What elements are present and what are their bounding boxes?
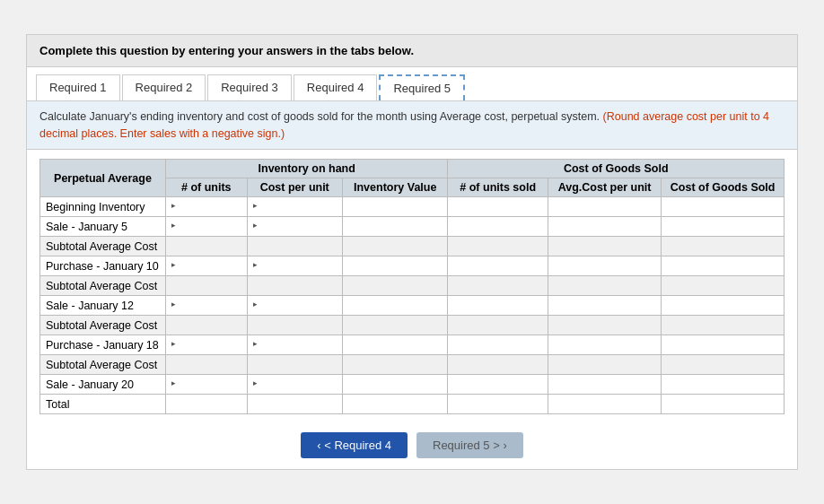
cell-row0-col5[interactable] (662, 197, 785, 217)
input-row8-col0[interactable] (171, 359, 241, 371)
cell-row0-col1[interactable]: ▸ (247, 197, 342, 217)
cell-row1-col3[interactable] (448, 217, 548, 237)
input-row3-col4[interactable] (554, 260, 655, 273)
input-row8-col5[interactable] (667, 359, 778, 371)
cell-row3-col5[interactable] (662, 256, 785, 276)
forward-button[interactable]: Required 5 > › (416, 432, 523, 458)
cell-row7-col3[interactable] (448, 335, 548, 355)
input-row2-col1[interactable] (253, 240, 337, 253)
cell-row4-col3[interactable] (448, 276, 548, 296)
cell-row9-col0[interactable]: ▸ (166, 375, 248, 395)
cell-row2-col5[interactable] (662, 237, 785, 256)
input-row8-col3[interactable] (453, 359, 541, 371)
cell-row7-col5[interactable] (662, 335, 785, 355)
input-row7-col4[interactable] (554, 339, 655, 352)
cell-row0-col3[interactable] (448, 197, 548, 217)
input-row10-col0[interactable] (171, 398, 241, 411)
input-row5-col5[interactable] (667, 300, 778, 312)
cell-row3-col0[interactable]: ▸ (166, 256, 248, 276)
input-row2-col4[interactable] (554, 240, 655, 253)
cell-row7-col0[interactable]: ▸ (166, 335, 248, 355)
input-row8-col2[interactable] (348, 359, 442, 371)
cell-row6-col3[interactable] (448, 316, 548, 335)
cell-row9-col5[interactable] (662, 375, 785, 395)
cell-row1-col2[interactable] (342, 217, 447, 237)
input-row9-col0[interactable] (176, 378, 246, 391)
cell-row9-col4[interactable] (548, 375, 661, 395)
cell-row6-col0[interactable] (166, 316, 248, 335)
cell-row0-col2[interactable] (342, 197, 447, 217)
cell-row2-col0[interactable] (166, 237, 248, 256)
input-row1-col3[interactable] (453, 221, 541, 233)
input-row10-col1[interactable] (253, 398, 337, 411)
input-row6-col1[interactable] (253, 319, 337, 332)
cell-row8-col0[interactable] (166, 355, 248, 375)
cell-row5-col2[interactable] (342, 296, 447, 316)
input-row8-col4[interactable] (554, 359, 655, 371)
input-row2-col5[interactable] (667, 240, 778, 253)
input-row1-col1[interactable] (258, 221, 341, 233)
input-row6-col3[interactable] (453, 319, 541, 332)
input-row3-col1[interactable] (258, 260, 341, 273)
input-row7-col0[interactable] (176, 339, 246, 352)
input-row7-col3[interactable] (453, 339, 541, 352)
cell-row1-col5[interactable] (662, 217, 785, 237)
cell-row5-col5[interactable] (662, 296, 785, 316)
input-row9-col2[interactable] (348, 378, 442, 391)
input-row9-col1[interactable] (258, 378, 341, 391)
input-row9-col4[interactable] (554, 378, 655, 391)
cell-row4-col1[interactable] (247, 276, 342, 296)
cell-row3-col1[interactable]: ▸ (247, 256, 342, 276)
tab-required-4[interactable]: Required 4 (294, 74, 378, 100)
cell-row9-col1[interactable]: ▸ (247, 375, 342, 395)
cell-row6-col1[interactable] (247, 316, 342, 335)
input-row4-col3[interactable] (453, 280, 541, 292)
cell-row8-col3[interactable] (448, 355, 548, 375)
input-row4-col0[interactable] (171, 280, 241, 292)
cell-row8-col4[interactable] (548, 355, 661, 375)
input-row0-col5[interactable] (667, 201, 778, 213)
input-row10-col3[interactable] (453, 398, 541, 411)
cell-row4-col2[interactable] (342, 276, 447, 296)
input-row5-col3[interactable] (453, 300, 541, 312)
input-row1-col5[interactable] (667, 221, 778, 233)
input-row5-col1[interactable] (258, 300, 341, 312)
cell-row0-col4[interactable] (548, 197, 661, 217)
cell-row2-col3[interactable] (448, 237, 548, 256)
cell-row3-col4[interactable] (548, 256, 661, 276)
input-row2-col0[interactable] (171, 240, 241, 253)
cell-row5-col4[interactable] (548, 296, 661, 316)
cell-row2-col4[interactable] (548, 237, 661, 256)
input-row0-col0[interactable] (176, 201, 246, 213)
input-row1-col0[interactable] (176, 221, 246, 233)
input-row2-col2[interactable] (348, 240, 442, 253)
input-row3-col5[interactable] (667, 260, 778, 273)
cell-row0-col0[interactable]: ▸ (166, 197, 248, 217)
input-row0-col4[interactable] (554, 201, 655, 213)
cell-row9-col2[interactable] (342, 375, 447, 395)
input-row3-col3[interactable] (453, 260, 541, 273)
input-row0-col2[interactable] (348, 201, 442, 213)
input-row7-col1[interactable] (258, 339, 341, 352)
cell-row2-col1[interactable] (247, 237, 342, 256)
input-row9-col5[interactable] (667, 378, 778, 391)
input-row6-col0[interactable] (171, 319, 241, 332)
cell-row6-col2[interactable] (342, 316, 447, 335)
input-row0-col1[interactable] (258, 201, 341, 213)
cell-row1-col1[interactable]: ▸ (247, 217, 342, 237)
cell-row4-col0[interactable] (166, 276, 248, 296)
cell-row5-col3[interactable] (448, 296, 548, 316)
cell-row5-col0[interactable]: ▸ (166, 296, 248, 316)
cell-row1-col4[interactable] (548, 217, 661, 237)
cell-row9-col3[interactable] (448, 375, 548, 395)
cell-row8-col1[interactable] (247, 355, 342, 375)
cell-row10-col4[interactable] (548, 395, 661, 414)
input-row9-col3[interactable] (453, 378, 541, 391)
cell-row6-col5[interactable] (662, 316, 785, 335)
tab-required-3[interactable]: Required 3 (207, 74, 292, 100)
input-row6-col5[interactable] (667, 319, 778, 332)
input-row4-col1[interactable] (253, 280, 337, 292)
cell-row4-col5[interactable] (662, 276, 785, 296)
cell-row8-col5[interactable] (662, 355, 785, 375)
input-row8-col1[interactable] (253, 359, 337, 371)
